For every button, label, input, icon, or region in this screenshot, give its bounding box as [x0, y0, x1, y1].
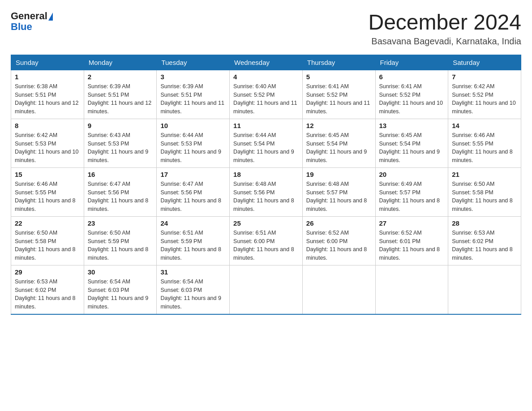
day-number: 14 [452, 122, 517, 129]
day-number: 8 [15, 122, 80, 129]
day-info: Sunrise: 6:46 AMSunset: 5:55 PMDaylight:… [452, 131, 517, 165]
day-info: Sunrise: 6:47 AMSunset: 5:56 PMDaylight:… [160, 180, 226, 214]
day-number: 24 [160, 219, 226, 227]
calendar-cell: 19Sunrise: 6:48 AMSunset: 5:57 PMDayligh… [302, 167, 375, 216]
day-number: 26 [306, 219, 372, 227]
day-info: Sunrise: 6:48 AMSunset: 5:57 PMDaylight:… [306, 180, 372, 214]
day-info: Sunrise: 6:47 AMSunset: 5:56 PMDaylight:… [88, 180, 153, 214]
day-info: Sunrise: 6:44 AMSunset: 5:54 PMDaylight:… [233, 131, 299, 165]
day-number: 31 [160, 268, 226, 276]
day-number: 28 [452, 219, 517, 227]
calendar-cell: 29Sunrise: 6:53 AMSunset: 6:02 PMDayligh… [11, 265, 84, 314]
logo-triangle-icon [48, 13, 53, 21]
title-block: December 2024 Basavana Bagevadi, Karnata… [368, 11, 521, 47]
calendar-cell: 28Sunrise: 6:53 AMSunset: 6:02 PMDayligh… [448, 216, 521, 265]
day-number: 5 [306, 73, 372, 81]
calendar-cell: 18Sunrise: 6:48 AMSunset: 5:56 PMDayligh… [230, 167, 303, 216]
calendar-cell: 15Sunrise: 6:46 AMSunset: 5:55 PMDayligh… [11, 167, 84, 216]
day-info: Sunrise: 6:41 AMSunset: 5:52 PMDaylight:… [306, 82, 372, 116]
day-info: Sunrise: 6:45 AMSunset: 5:54 PMDaylight:… [306, 131, 372, 165]
day-info: Sunrise: 6:51 AMSunset: 6:00 PMDaylight:… [233, 229, 299, 262]
day-info: Sunrise: 6:42 AMSunset: 5:52 PMDaylight:… [452, 82, 517, 116]
day-number: 23 [88, 219, 153, 227]
day-number: 11 [233, 122, 299, 129]
day-info: Sunrise: 6:50 AMSunset: 5:58 PMDaylight:… [15, 229, 80, 262]
calendar-cell: 1Sunrise: 6:38 AMSunset: 5:51 PMDaylight… [11, 70, 84, 119]
calendar-cell: 26Sunrise: 6:52 AMSunset: 6:00 PMDayligh… [302, 216, 375, 265]
calendar-cell: 14Sunrise: 6:46 AMSunset: 5:55 PMDayligh… [448, 119, 521, 167]
calendar-location: Basavana Bagevadi, Karnataka, India [368, 36, 521, 47]
day-info: Sunrise: 6:45 AMSunset: 5:54 PMDaylight:… [379, 131, 445, 165]
calendar-week-row: 15Sunrise: 6:46 AMSunset: 5:55 PMDayligh… [11, 167, 521, 216]
calendar-cell: 25Sunrise: 6:51 AMSunset: 6:00 PMDayligh… [230, 216, 303, 265]
day-info: Sunrise: 6:50 AMSunset: 5:58 PMDaylight:… [452, 180, 517, 214]
day-info: Sunrise: 6:51 AMSunset: 5:59 PMDaylight:… [160, 229, 226, 262]
day-info: Sunrise: 6:48 AMSunset: 5:56 PMDaylight:… [233, 180, 299, 214]
logo-blue-text: Blue [11, 21, 32, 32]
day-info: Sunrise: 6:54 AMSunset: 6:03 PMDaylight:… [160, 278, 226, 311]
page-header: General Blue December 2024 Basavana Bage… [11, 11, 521, 47]
logo-general-text: General [11, 11, 47, 21]
day-number: 29 [15, 268, 80, 276]
day-info: Sunrise: 6:41 AMSunset: 5:52 PMDaylight:… [379, 82, 445, 116]
day-info: Sunrise: 6:39 AMSunset: 5:51 PMDaylight:… [88, 82, 153, 116]
day-info: Sunrise: 6:44 AMSunset: 5:53 PMDaylight:… [160, 131, 226, 165]
calendar-cell: 21Sunrise: 6:50 AMSunset: 5:58 PMDayligh… [448, 167, 521, 216]
day-info: Sunrise: 6:42 AMSunset: 5:53 PMDaylight:… [15, 131, 80, 165]
day-info: Sunrise: 6:50 AMSunset: 5:59 PMDaylight:… [88, 229, 153, 262]
calendar-cell: 13Sunrise: 6:45 AMSunset: 5:54 PMDayligh… [375, 119, 448, 167]
calendar-cell: 23Sunrise: 6:50 AMSunset: 5:59 PMDayligh… [84, 216, 157, 265]
calendar-cell: 16Sunrise: 6:47 AMSunset: 5:56 PMDayligh… [84, 167, 157, 216]
calendar-cell: 8Sunrise: 6:42 AMSunset: 5:53 PMDaylight… [11, 119, 84, 167]
calendar-title: December 2024 [368, 11, 521, 34]
calendar-cell [230, 265, 303, 314]
day-number: 1 [15, 73, 80, 81]
calendar-cell: 20Sunrise: 6:49 AMSunset: 5:57 PMDayligh… [375, 167, 448, 216]
calendar-cell: 24Sunrise: 6:51 AMSunset: 5:59 PMDayligh… [157, 216, 230, 265]
day-number: 4 [233, 73, 299, 81]
day-number: 18 [233, 171, 299, 178]
day-number: 13 [379, 122, 445, 129]
day-info: Sunrise: 6:38 AMSunset: 5:51 PMDaylight:… [15, 82, 80, 116]
calendar-week-row: 29Sunrise: 6:53 AMSunset: 6:02 PMDayligh… [11, 265, 521, 314]
calendar-cell: 30Sunrise: 6:54 AMSunset: 6:03 PMDayligh… [84, 265, 157, 314]
day-info: Sunrise: 6:43 AMSunset: 5:53 PMDaylight:… [88, 131, 153, 165]
calendar-week-row: 22Sunrise: 6:50 AMSunset: 5:58 PMDayligh… [11, 216, 521, 265]
calendar-cell: 7Sunrise: 6:42 AMSunset: 5:52 PMDaylight… [448, 70, 521, 119]
day-number: 19 [306, 171, 372, 178]
calendar-cell: 11Sunrise: 6:44 AMSunset: 5:54 PMDayligh… [230, 119, 303, 167]
day-info: Sunrise: 6:54 AMSunset: 6:03 PMDaylight:… [88, 278, 153, 311]
day-of-week-header: Saturday [448, 55, 521, 70]
day-info: Sunrise: 6:52 AMSunset: 6:00 PMDaylight:… [306, 229, 372, 262]
calendar-cell: 4Sunrise: 6:40 AMSunset: 5:52 PMDaylight… [230, 70, 303, 119]
day-number: 21 [452, 171, 517, 178]
day-number: 10 [160, 122, 226, 129]
calendar-table: SundayMondayTuesdayWednesdayThursdayFrid… [11, 55, 521, 315]
calendar-cell: 9Sunrise: 6:43 AMSunset: 5:53 PMDaylight… [84, 119, 157, 167]
day-info: Sunrise: 6:49 AMSunset: 5:57 PMDaylight:… [379, 180, 445, 214]
day-number: 16 [88, 171, 153, 178]
day-number: 3 [160, 73, 226, 81]
day-of-week-header: Tuesday [157, 55, 230, 70]
day-number: 6 [379, 73, 445, 81]
day-number: 27 [379, 219, 445, 227]
day-of-week-header: Thursday [302, 55, 375, 70]
day-of-week-header: Monday [84, 55, 157, 70]
calendar-cell: 3Sunrise: 6:39 AMSunset: 5:51 PMDaylight… [157, 70, 230, 119]
calendar-week-row: 1Sunrise: 6:38 AMSunset: 5:51 PMDaylight… [11, 70, 521, 119]
day-of-week-header: Wednesday [230, 55, 303, 70]
calendar-cell: 22Sunrise: 6:50 AMSunset: 5:58 PMDayligh… [11, 216, 84, 265]
calendar-cell [375, 265, 448, 314]
calendar-cell: 31Sunrise: 6:54 AMSunset: 6:03 PMDayligh… [157, 265, 230, 314]
day-number: 20 [379, 171, 445, 178]
day-number: 25 [233, 219, 299, 227]
day-number: 2 [88, 73, 153, 81]
day-number: 22 [15, 219, 80, 227]
day-of-week-header: Sunday [11, 55, 84, 70]
day-info: Sunrise: 6:46 AMSunset: 5:55 PMDaylight:… [15, 180, 80, 214]
logo: General Blue [11, 11, 53, 32]
day-info: Sunrise: 6:53 AMSunset: 6:02 PMDaylight:… [15, 278, 80, 311]
day-number: 9 [88, 122, 153, 129]
calendar-cell [448, 265, 521, 314]
calendar-cell: 2Sunrise: 6:39 AMSunset: 5:51 PMDaylight… [84, 70, 157, 119]
